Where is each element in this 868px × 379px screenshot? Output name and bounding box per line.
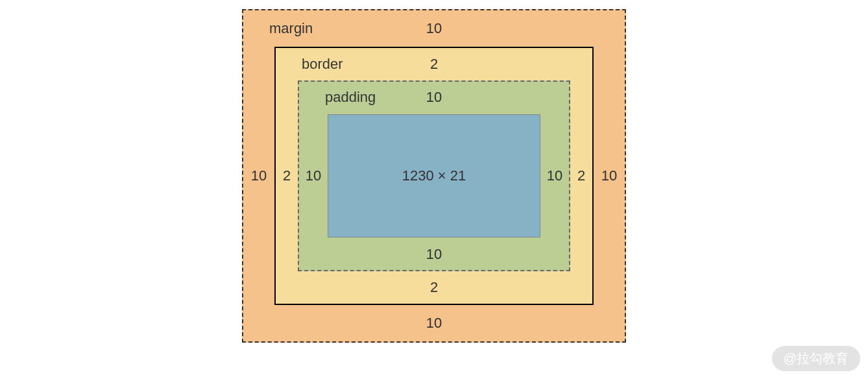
css-box-model-diagram: margin 10 10 border 2 2	[242, 9, 626, 343]
padding-bottom-edge: 10	[299, 239, 569, 270]
margin-top-value: 10	[426, 20, 442, 37]
watermark-badge: @拉勾教育	[772, 346, 860, 371]
padding-top-value: 10	[426, 89, 442, 106]
margin-bottom-edge: 10	[243, 305, 625, 341]
border-top-value: 2	[430, 56, 438, 73]
margin-label: margin	[269, 20, 313, 37]
padding-right-value: 10	[540, 113, 569, 239]
padding-label: padding	[325, 89, 376, 106]
border-left-value: 2	[276, 80, 298, 271]
watermark-text: @拉勾教育	[784, 351, 849, 365]
margin-top-edge: margin 10	[243, 10, 625, 47]
content-dimensions: 1230 × 21	[402, 167, 466, 184]
content-box: 1230 × 21	[328, 114, 540, 238]
padding-bottom-value: 10	[426, 246, 442, 263]
margin-box: margin 10 10 border 2 2	[242, 9, 626, 343]
border-label: border	[302, 56, 343, 73]
border-top-edge: border 2	[276, 48, 592, 80]
border-box: border 2 2 padding 10 10	[274, 47, 594, 305]
padding-left-value: 10	[299, 113, 328, 239]
margin-left-value: 10	[243, 47, 274, 305]
padding-top-edge: padding 10	[299, 82, 569, 113]
margin-right-value: 10	[594, 47, 625, 305]
border-right-value: 2	[570, 80, 592, 271]
border-bottom-edge: 2	[276, 271, 592, 304]
margin-bottom-value: 10	[426, 315, 442, 332]
border-bottom-value: 2	[430, 279, 438, 296]
padding-box: padding 10 10 1230 × 21 10	[298, 80, 570, 271]
